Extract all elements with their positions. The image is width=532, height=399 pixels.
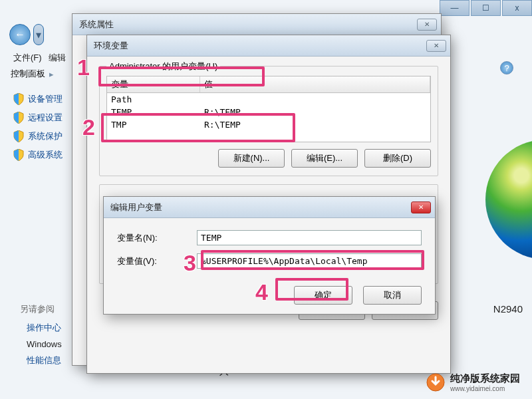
shield-icon (13, 112, 24, 124)
windows-orb-graphic (466, 120, 532, 293)
shield-icon (13, 149, 24, 161)
shield-icon (13, 130, 24, 142)
sidebar-item-label: 设备管理 (28, 93, 63, 105)
env-vars-titlebar[interactable]: 环境变量 ✕ (87, 35, 450, 57)
variable-value-input[interactable] (197, 253, 422, 269)
download-icon (426, 373, 445, 392)
shield-icon (13, 93, 24, 105)
variable-name-input[interactable] (197, 230, 422, 245)
dialog-title: 环境变量 (94, 40, 128, 52)
see-also-heading: 另请参阅 (20, 303, 55, 315)
new-button[interactable]: 新建(N)... (218, 149, 285, 168)
sidebar-item-label: 远程设置 (28, 112, 63, 124)
menu-edit[interactable]: 编辑 (49, 53, 66, 63)
user-variables-group: Administrator 的用户变量(U) 变量 值 Path TEMP R:… (99, 66, 438, 176)
back-button[interactable]: ← (9, 24, 31, 45)
delete-button[interactable]: 删除(D) (364, 149, 431, 168)
outer-window-controls: — ☐ x (440, 0, 532, 16)
table-row[interactable]: TMP R:\TEMP (107, 118, 430, 131)
table-row[interactable]: Path (107, 93, 430, 106)
edit-cancel-button[interactable]: 取消 (363, 286, 422, 305)
see-also-link-action-center[interactable]: 操作中心 (27, 322, 62, 334)
dialog-title: 系统属性 (79, 19, 114, 31)
see-also-link-performance[interactable]: 性能信息 (27, 354, 62, 366)
maximize-button[interactable]: ☐ (471, 0, 501, 16)
variable-name-label: 变量名(N): (117, 232, 197, 244)
edit-var-titlebar[interactable]: 编辑用户变量 ✕ (104, 197, 435, 218)
col-header-name[interactable]: 变量 (107, 76, 200, 92)
sidebar-item-label: 高级系统 (28, 149, 63, 161)
table-row[interactable]: TEMP R:\TEMP (107, 106, 430, 118)
system-properties-titlebar[interactable]: 系统属性 ✕ (72, 14, 441, 35)
watermark: 纯净版系统家园 www.yidaimei.com (426, 372, 520, 392)
edit-button[interactable]: 编辑(E)... (291, 149, 358, 168)
edit-user-variable-dialog: 编辑用户变量 ✕ 变量名(N): 变量值(V): 确定 取消 (103, 196, 436, 315)
close-icon[interactable]: ✕ (411, 201, 431, 213)
user-variables-table[interactable]: 变量 值 Path TEMP R:\TEMP TMP R:\TEMP (106, 76, 431, 142)
sidebar-item-label: 系统保护 (28, 130, 63, 142)
forward-button[interactable]: ▾ (33, 24, 44, 45)
edit-ok-button[interactable]: 确定 (294, 286, 352, 305)
menu-file[interactable]: 文件(F) (13, 53, 42, 63)
col-header-value[interactable]: 值 (200, 76, 430, 92)
menu-bar: 文件(F) 编辑 (13, 52, 66, 64)
watermark-url: www.yidaimei.com (450, 385, 520, 392)
chevron-right-icon: ▸ (49, 69, 54, 79)
dialog-title: 编辑用户变量 (110, 201, 162, 213)
breadcrumb-root[interactable]: 控制面板 (11, 68, 45, 80)
variable-value-label: 变量值(V): (117, 255, 197, 267)
table-header: 变量 值 (107, 76, 430, 93)
see-also-link-windows[interactable]: Windows (27, 339, 62, 349)
nav-back-forward: ← ▾ (9, 24, 44, 45)
user-variables-legend: Administrator 的用户变量(U) (106, 61, 220, 72)
minimize-button[interactable]: — (440, 0, 469, 16)
close-button[interactable]: x (502, 0, 532, 16)
breadcrumb[interactable]: 控制面板 ▸ (11, 68, 54, 80)
help-icon[interactable]: ? (500, 61, 513, 74)
close-icon[interactable]: ✕ (426, 40, 446, 52)
watermark-brand: 纯净版系统家园 (450, 372, 520, 384)
see-also-links: 操作中心 Windows 性能信息 (27, 317, 62, 372)
close-icon[interactable]: ✕ (417, 19, 437, 31)
cpu-label: N2940 (493, 303, 523, 315)
